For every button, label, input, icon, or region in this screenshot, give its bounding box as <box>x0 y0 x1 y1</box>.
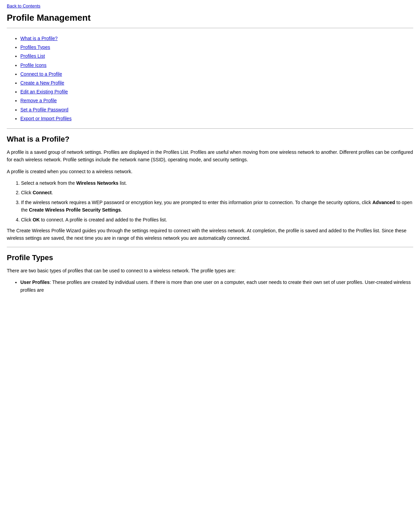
section-types-title: Profile Types <box>7 253 413 262</box>
toc-link-remove-a-profile[interactable]: Remove a Profile <box>20 98 57 103</box>
toc-item-what-is-a-profile: What is a Profile? <box>20 34 413 43</box>
toc-item-connect-to-a-profile: Connect to a Profile <box>20 70 413 78</box>
divider-2 <box>7 128 413 129</box>
step1-bold: Wireless Networks <box>76 180 118 186</box>
step3-text-after: . <box>121 207 122 213</box>
toc-link-profile-icons[interactable]: Profile Icons <box>20 62 46 68</box>
toc-link-set-a-profile-password[interactable]: Set a Profile Password <box>20 107 69 112</box>
step2-text-before: Click <box>21 190 33 195</box>
toc-item-profiles-list: Profiles List <box>20 52 413 60</box>
toc-link-create-a-new-profile[interactable]: Create a New Profile <box>20 80 64 86</box>
list-item-3: If the wireless network requires a WEP p… <box>21 199 413 214</box>
toc-item-set-a-profile-password: Set a Profile Password <box>20 106 413 114</box>
section-what-body: A profile is a saved group of network se… <box>7 148 413 242</box>
back-to-contents-link[interactable]: Back to Contents <box>7 3 413 8</box>
step4-text-before: Click <box>21 217 33 222</box>
step4-bold: OK <box>33 217 40 222</box>
types-bullet1-bold: User Profiles <box>20 279 50 285</box>
section-profile-types: Profile Types There are two basic types … <box>7 253 413 294</box>
toc-list: What is a Profile? Profiles Types Profil… <box>7 34 413 123</box>
list-item-4: Click OK to connect. A profile is create… <box>21 216 413 223</box>
what-para2: A profile is created when you connect to… <box>7 168 413 175</box>
toc-item-profile-icons: Profile Icons <box>20 61 413 70</box>
toc-link-what-is-a-profile[interactable]: What is a Profile? <box>20 36 58 41</box>
list-item-1: Select a network from the Wireless Netwo… <box>21 179 413 187</box>
what-para3: The Create Wireless Profile Wizard guide… <box>7 227 413 242</box>
list-item-2: Click Connect. <box>21 189 413 196</box>
toc-link-connect-to-a-profile[interactable]: Connect to a Profile <box>20 71 62 77</box>
step2-text-after: . <box>52 190 53 195</box>
types-bullet1-text: : These profiles are created by individu… <box>20 279 411 292</box>
toc-item-edit-an-existing-profile: Edit an Existing Profile <box>20 88 413 96</box>
step1-text-before: Select a network from the <box>21 180 76 186</box>
toc-item-profiles-types: Profiles Types <box>20 43 413 52</box>
toc-item-export-or-import-profiles: Export or Import Profiles <box>20 114 413 123</box>
step3-bold2: Create Wireless Profile Security Setting… <box>29 207 121 213</box>
divider-1 <box>7 28 413 28</box>
toc-link-profiles-types[interactable]: Profiles Types <box>20 44 50 50</box>
step4-text-after: to connect. A profile is created and add… <box>40 217 167 222</box>
divider-3 <box>7 247 413 247</box>
section-what-is-a-profile: What is a Profile? A profile is a saved … <box>7 135 413 242</box>
toc-link-edit-an-existing-profile[interactable]: Edit an Existing Profile <box>20 89 68 94</box>
step2-bold: Connect <box>33 190 52 195</box>
page-title: Profile Management <box>7 13 413 23</box>
types-bullet-item-1: User Profiles: These profiles are create… <box>20 278 413 294</box>
toc-link-profiles-list[interactable]: Profiles List <box>20 53 45 59</box>
step1-text-after: list. <box>118 180 127 186</box>
types-para1: There are two basic types of profiles th… <box>7 267 413 274</box>
section-types-body: There are two basic types of profiles th… <box>7 267 413 294</box>
toc-item-create-a-new-profile: Create a New Profile <box>20 79 413 87</box>
what-para1: A profile is a saved group of network se… <box>7 148 413 164</box>
what-steps-list: Select a network from the Wireless Netwo… <box>7 179 413 223</box>
step3-bold1: Advanced <box>373 200 395 205</box>
toc-item-remove-a-profile: Remove a Profile <box>20 96 413 105</box>
section-what-title: What is a Profile? <box>7 135 413 144</box>
toc-link-export-or-import-profiles[interactable]: Export or Import Profiles <box>20 116 72 121</box>
types-bullet-list: User Profiles: These profiles are create… <box>7 278 413 294</box>
toc-section: What is a Profile? Profiles Types Profil… <box>7 34 413 123</box>
step3-text-before: If the wireless network requires a WEP p… <box>21 200 373 205</box>
